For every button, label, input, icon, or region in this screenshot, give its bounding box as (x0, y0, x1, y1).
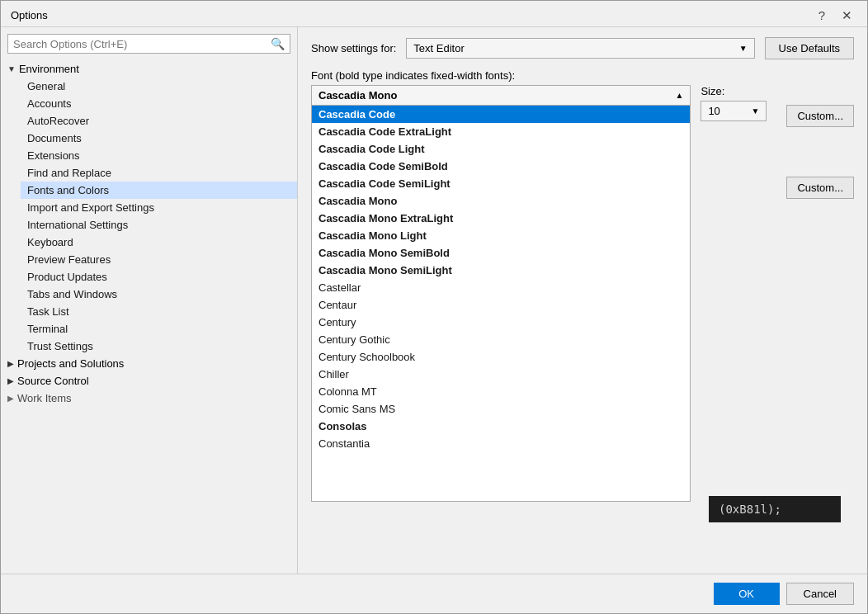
font-list-item[interactable]: Cascadia Mono SemiBold (312, 244, 690, 262)
show-settings-value: Text Editor (413, 42, 464, 54)
tree-item-autorecover[interactable]: AutoRecover (21, 112, 297, 130)
font-list-item[interactable]: Cascadia Code ExtraLight (312, 123, 690, 140)
cancel-button[interactable]: Cancel (786, 583, 854, 605)
size-chevron-icon: ▼ (751, 106, 759, 116)
right-controls: Custom... Custom... (776, 85, 854, 199)
font-list-item[interactable]: Centaur (312, 296, 690, 314)
dialog-body: 🔍 ▼ Environment General Accounts AutoRec… (1, 27, 867, 574)
work-items-label: Work Items (17, 392, 72, 404)
tree-item-import-export[interactable]: Import and Export Settings (21, 199, 297, 216)
font-list-item[interactable]: Cascadia Mono ExtraLight (312, 210, 690, 227)
tree-item-keyboard[interactable]: Keyboard (21, 234, 297, 251)
source-control-label: Source Control (17, 375, 89, 387)
tree-item-environment[interactable]: ▼ Environment (1, 60, 297, 78)
font-label: Font (bold type indicates fixed-width fo… (311, 69, 854, 82)
left-panel: 🔍 ▼ Environment General Accounts AutoRec… (1, 27, 298, 574)
font-list-item[interactable]: Century Gothic (312, 331, 690, 348)
tree-item-product-updates[interactable]: Product Updates (21, 268, 297, 286)
expand-triangle-source: ▶ (7, 376, 14, 385)
ok-button[interactable]: OK (714, 583, 780, 605)
size-value: 10 (708, 105, 719, 117)
custom-button-2[interactable]: Custom... (786, 177, 854, 199)
size-dropdown[interactable]: 10 ▼ (701, 101, 767, 121)
search-box[interactable]: 🔍 (7, 34, 290, 54)
title-bar-controls: ? ✕ (814, 7, 857, 23)
tree-item-terminal[interactable]: Terminal (21, 320, 297, 338)
expand-triangle-work: ▶ (7, 394, 14, 403)
font-list-item[interactable]: Chiller (312, 366, 690, 383)
font-dropdown[interactable]: Cascadia Mono ▲ (311, 85, 691, 106)
font-list-item[interactable]: Cascadia Code Light (312, 140, 690, 158)
title-bar: Options ? ✕ (1, 1, 867, 27)
font-list-item[interactable]: Castellar (312, 279, 690, 296)
preview-text: (0xB81l); (719, 503, 781, 516)
chevron-up-icon: ▲ (675, 91, 683, 100)
expand-triangle: ▼ (7, 64, 16, 73)
size-section: Size: 10 ▼ (701, 85, 767, 121)
size-label: Size: (701, 85, 767, 97)
custom-button-1[interactable]: Custom... (786, 105, 854, 127)
tree-item-accounts[interactable]: Accounts (21, 95, 297, 112)
tree-area: ▼ Environment General Accounts AutoRecov… (1, 60, 297, 574)
preview-section: (0xB81l); (311, 502, 854, 564)
font-list-item[interactable]: Century Schoolbook (312, 348, 690, 366)
tree-item-work-items[interactable]: ▶ Work Items (1, 390, 297, 407)
show-settings-row: Show settings for: Text Editor ▼ Use Def… (311, 37, 854, 59)
font-dropdown-wrapper: Cascadia Mono ▲ Cascadia CodeCascadia Co… (311, 85, 691, 502)
tree-item-source-control[interactable]: ▶ Source Control (1, 372, 297, 390)
tree-item-tabs-windows[interactable]: Tabs and Windows (21, 286, 297, 303)
tree-item-general[interactable]: General (21, 78, 297, 95)
tree-item-trust[interactable]: Trust Settings (21, 338, 297, 355)
search-input[interactable] (13, 38, 271, 50)
tree-item-task-list[interactable]: Task List (21, 303, 297, 320)
tree-item-findreplace[interactable]: Find and Replace (21, 164, 297, 182)
tree-children-environment: General Accounts AutoRecover Documents E… (1, 78, 297, 355)
expand-triangle-projects: ▶ (7, 359, 14, 368)
font-input-row: Cascadia Mono ▲ Cascadia CodeCascadia Co… (311, 85, 854, 502)
show-settings-dropdown[interactable]: Text Editor ▼ (406, 38, 754, 59)
selected-font-value: Cascadia Mono (318, 89, 397, 102)
font-list-item[interactable]: Cascadia Code SemiBold (312, 158, 690, 175)
close-button[interactable]: ✕ (837, 7, 857, 23)
show-settings-label: Show settings for: (311, 42, 396, 54)
font-list-item[interactable]: Cascadia Code (312, 106, 690, 123)
font-list-item[interactable]: Cascadia Code SemiLight (312, 175, 690, 192)
tree-item-extensions[interactable]: Extensions (21, 147, 297, 164)
font-list-item[interactable]: Century (312, 314, 690, 331)
font-list-item[interactable]: Cascadia Mono (312, 192, 690, 210)
tree-item-fonts-colors[interactable]: Fonts and Colors (21, 182, 297, 199)
font-list-item[interactable]: Constantia (312, 435, 690, 452)
options-dialog: Options ? ✕ 🔍 ▼ Environment General Acco… (0, 0, 868, 614)
right-panel: Show settings for: Text Editor ▼ Use Def… (298, 27, 867, 574)
bottom-bar: OK Cancel (1, 574, 867, 613)
chevron-down-icon: ▼ (739, 44, 748, 53)
font-list-item[interactable]: Cascadia Mono Light (312, 227, 690, 244)
tree-item-preview[interactable]: Preview Features (21, 251, 297, 268)
font-list-item[interactable]: Comic Sans MS (312, 400, 690, 418)
use-defaults-button[interactable]: Use Defaults (765, 37, 854, 59)
dialog-title: Options (11, 9, 48, 21)
projects-label: Projects and Solutions (17, 357, 124, 370)
tree-item-international[interactable]: International Settings (21, 216, 297, 234)
font-list-item[interactable]: Consolas (312, 418, 690, 435)
environment-label: Environment (19, 63, 79, 75)
help-button[interactable]: ? (814, 7, 830, 23)
tree-item-projects[interactable]: ▶ Projects and Solutions (1, 355, 297, 372)
font-list-item[interactable]: Cascadia Mono SemiLight (312, 262, 690, 279)
font-list-item[interactable]: Colonna MT (312, 383, 690, 400)
font-list[interactable]: Cascadia CodeCascadia Code ExtraLightCas… (311, 106, 691, 502)
search-icon: 🔍 (271, 37, 285, 50)
tree-item-documents[interactable]: Documents (21, 130, 297, 147)
preview-area: (0xB81l); (709, 496, 841, 522)
